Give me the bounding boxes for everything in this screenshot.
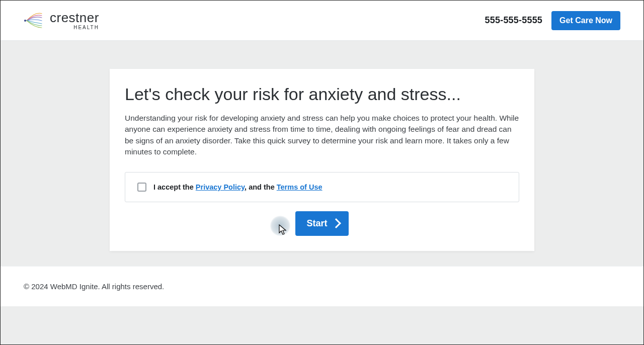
logo-mark-icon: [24, 10, 44, 32]
brand-name: crestner: [50, 11, 99, 24]
get-care-button[interactable]: Get Care Now: [551, 11, 620, 30]
privacy-policy-link[interactable]: Privacy Policy: [196, 183, 245, 191]
consent-prefix: I accept the: [153, 183, 196, 191]
svg-point-0: [24, 20, 26, 22]
page-title: Let's check your risk for anxiety and st…: [125, 84, 519, 105]
brand-text: crestner HEALTH: [50, 11, 99, 30]
terms-of-use-link[interactable]: Terms of Use: [277, 183, 323, 191]
consent-text: I accept the Privacy Policy, and the Ter…: [153, 183, 323, 191]
start-button-label: Start: [306, 218, 327, 229]
start-button[interactable]: Start: [295, 211, 348, 236]
copyright-text: © 2024 WebMD Ignite. All rights reserved…: [24, 282, 164, 291]
phone-number[interactable]: 555-555-5555: [485, 15, 543, 26]
page-description: Understanding your risk for developing a…: [125, 113, 519, 158]
consent-middle: , and the: [245, 183, 277, 191]
start-button-wrap: Start: [125, 211, 519, 236]
site-footer: © 2024 WebMD Ignite. All rights reserved…: [1, 266, 643, 306]
brand-subtitle: HEALTH: [73, 25, 99, 30]
header-actions: 555-555-5555 Get Care Now: [485, 11, 620, 30]
assessment-card: Let's check your risk for anxiety and st…: [110, 69, 534, 251]
main-content: Let's check your risk for anxiety and st…: [1, 41, 643, 251]
brand-logo[interactable]: crestner HEALTH: [24, 10, 99, 32]
consent-checkbox[interactable]: [137, 183, 146, 192]
chevron-right-icon: [331, 218, 341, 228]
consent-box: I accept the Privacy Policy, and the Ter…: [125, 172, 519, 202]
site-header: crestner HEALTH 555-555-5555 Get Care No…: [1, 1, 643, 41]
